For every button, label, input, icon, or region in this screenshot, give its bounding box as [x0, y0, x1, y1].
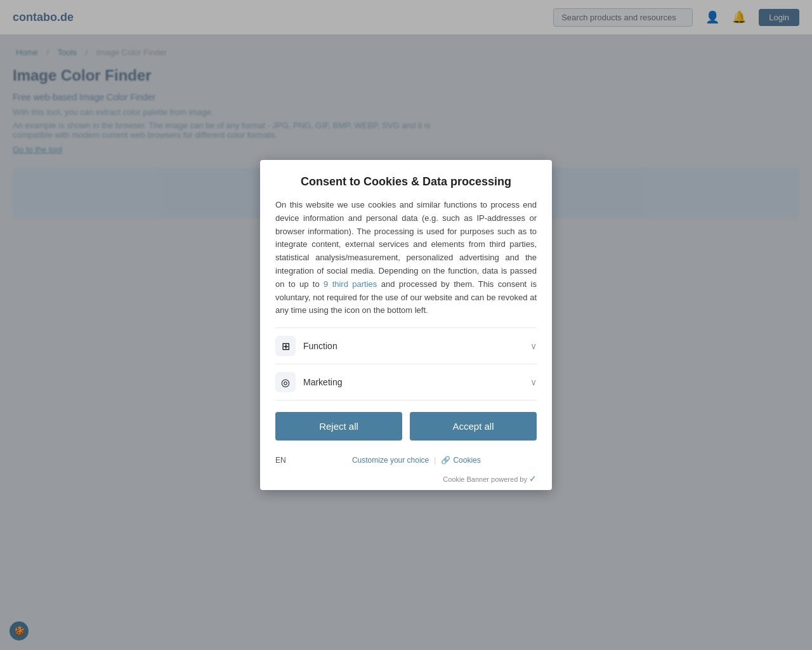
- language-selector[interactable]: EN: [275, 456, 286, 465]
- reject-all-button[interactable]: Reject all: [275, 412, 402, 441]
- cookies-link-icon: 🔗: [441, 456, 450, 465]
- modal-footer: EN Customize your choice | 🔗 Cookies: [260, 451, 552, 474]
- marketing-icon: ◎: [275, 372, 296, 392]
- marketing-section[interactable]: ◎ Marketing ∨: [275, 364, 537, 400]
- modal-body: On this website we use cookies and simil…: [275, 199, 537, 317]
- cookie-modal: Consent to Cookies & Data processing On …: [260, 160, 552, 490]
- footer-links: Customize your choice | 🔗 Cookies: [296, 456, 537, 465]
- function-label: Function: [303, 341, 523, 351]
- modal-title: Consent to Cookies & Data processing: [275, 175, 537, 189]
- modal-buttons: Reject all Accept all: [260, 402, 552, 451]
- marketing-chevron-icon: ∨: [530, 377, 537, 387]
- cookies-link[interactable]: 🔗 Cookies: [441, 456, 480, 465]
- function-icon: ⊞: [275, 336, 296, 356]
- cookies-link-label: Cookies: [453, 456, 480, 465]
- customize-choice-link[interactable]: Customize your choice: [352, 456, 429, 465]
- marketing-label: Marketing: [303, 377, 523, 387]
- third-parties-link[interactable]: 9 third parties: [324, 279, 377, 289]
- modal-overlay: Consent to Cookies & Data processing On …: [0, 0, 812, 650]
- modal-body-text: On this website we use cookies and simil…: [275, 200, 537, 289]
- function-chevron-icon: ∨: [530, 341, 537, 351]
- cookie-modal-scroll: Consent to Cookies & Data processing On …: [260, 160, 552, 402]
- accept-all-button[interactable]: Accept all: [410, 412, 537, 441]
- powered-checkmark-icon: ✓: [529, 474, 537, 484]
- footer-separator: |: [434, 456, 436, 465]
- function-section[interactable]: ⊞ Function ∨: [275, 328, 537, 364]
- powered-text: Cookie Banner powered by: [443, 475, 527, 483]
- powered-by: Cookie Banner powered by ✓: [260, 474, 552, 490]
